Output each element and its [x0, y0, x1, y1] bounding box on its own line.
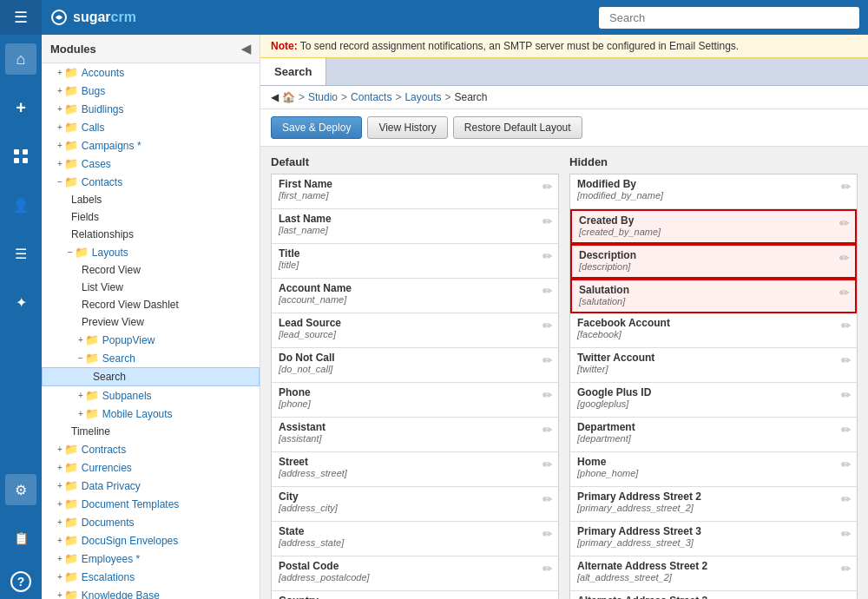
sidebar-item-accounts[interactable]: +📁Accounts	[42, 63, 260, 82]
field-item-assistant[interactable]: Assistant[assistant]✏	[272, 418, 558, 452]
field-item-city[interactable]: City[address_city]✏	[272, 487, 558, 522]
field-edit-icon-facebook[interactable]: ✏	[841, 319, 852, 332]
field-item-account-name[interactable]: Account Name[account_name]✏	[272, 279, 558, 313]
nav-home[interactable]: ⌂	[5, 43, 36, 75]
breadcrumb-studio[interactable]: Studio	[308, 91, 338, 103]
sidebar-item-relationships[interactable]: Relationships	[42, 226, 260, 243]
field-item-alt-street3[interactable]: Alternate Address Street 3[alt_address_s…	[570, 591, 857, 599]
field-item-first-name[interactable]: First Name[first_name]✏	[272, 174, 558, 209]
sidebar-item-campaigns[interactable]: +📁Campaigns *	[42, 136, 260, 155]
field-edit-icon-title[interactable]: ✏	[542, 249, 553, 263]
field-edit-icon-first-name[interactable]: ✏	[542, 180, 553, 194]
sidebar-item-labels[interactable]: Labels	[42, 191, 260, 208]
field-edit-icon-department[interactable]: ✏	[841, 423, 852, 437]
field-item-title[interactable]: Title[title]✏	[272, 244, 558, 279]
field-item-do-not-call[interactable]: Do Not Call[do_not_call]✏	[272, 348, 558, 383]
sidebar-item-calls[interactable]: +📁Calls	[42, 118, 260, 136]
field-item-postal-code[interactable]: Postal Code[address_postalcode]✏	[272, 556, 558, 591]
view-history-button[interactable]: View History	[367, 116, 447, 139]
field-item-salutation[interactable]: Salutation[salutation]✏	[570, 279, 857, 313]
sidebar-item-search-item[interactable]: Search	[42, 367, 260, 386]
field-edit-icon-street[interactable]: ✏	[542, 457, 553, 471]
sidebar-item-contacts[interactable]: −📁Contacts	[42, 173, 260, 191]
field-edit-icon-lead-source[interactable]: ✏	[542, 319, 553, 332]
nav-star[interactable]: ✦	[5, 286, 36, 318]
sidebar-item-record-view-dashlet[interactable]: Record View Dashlet	[42, 296, 260, 313]
sidebar-item-data-privacy[interactable]: +📁Data Privacy	[42, 477, 260, 495]
sidebar-item-document-templates[interactable]: +📁Document Templates	[42, 495, 260, 513]
sidebar-item-knowledge-base[interactable]: +📁Knowledge Base	[42, 586, 260, 599]
nav-user[interactable]: 👤	[5, 189, 36, 221]
sidebar-item-bugs[interactable]: +📁Bugs	[42, 82, 260, 100]
field-edit-icon-created-by[interactable]: ✏	[839, 216, 850, 230]
nav-list[interactable]: ☰	[5, 238, 36, 269]
breadcrumb-home-icon[interactable]: ◀	[271, 91, 279, 103]
field-edit-icon-googleplus[interactable]: ✏	[841, 388, 852, 402]
field-item-last-name[interactable]: Last Name[last_name]✏	[272, 209, 558, 244]
sidebar-item-subpanels[interactable]: +📁Subpanels	[42, 386, 260, 405]
field-item-googleplus[interactable]: Google Plus ID[googleplus]✏	[570, 383, 857, 418]
sidebar-item-escalations[interactable]: +📁Escalations	[42, 568, 260, 586]
sidebar-item-mobile-layouts[interactable]: +📁Mobile Layouts	[42, 405, 260, 423]
field-edit-icon-state[interactable]: ✏	[542, 527, 553, 541]
sidebar-item-popupview[interactable]: +📁PopupView	[42, 331, 260, 349]
field-edit-icon-assistant[interactable]: ✏	[542, 423, 553, 437]
field-edit-icon-alt-street2[interactable]: ✏	[841, 562, 852, 576]
breadcrumb-contacts[interactable]: Contacts	[351, 91, 391, 103]
sidebar-item-timeline[interactable]: Timeline	[42, 423, 260, 440]
field-edit-icon-primary-street2[interactable]: ✏	[841, 492, 852, 506]
field-item-created-by[interactable]: Created By[created_by_name]✏	[570, 209, 857, 244]
save-deploy-button[interactable]: Save & Deploy	[271, 116, 362, 139]
nav-doc[interactable]: 📋	[5, 523, 36, 554]
nav-add[interactable]: +	[5, 92, 36, 123]
field-item-phone[interactable]: Phone[phone]✏	[272, 383, 558, 418]
field-item-facebook[interactable]: Facebook Account[facebook]✏	[570, 313, 857, 348]
breadcrumb-layouts[interactable]: Layouts	[404, 91, 441, 103]
field-item-alt-street2[interactable]: Alternate Address Street 2[alt_address_s…	[570, 556, 857, 591]
sidebar-item-fields[interactable]: Fields	[42, 208, 260, 226]
field-edit-icon-twitter[interactable]: ✏	[841, 353, 852, 367]
sidebar-item-cases[interactable]: +📁Cases	[42, 155, 260, 173]
field-item-home[interactable]: Home[phone_home]✏	[570, 452, 857, 487]
field-item-lead-source[interactable]: Lead Source[lead_source]✏	[272, 313, 558, 348]
breadcrumb-home-link[interactable]: 🏠	[282, 91, 295, 103]
hamburger-menu[interactable]: ☰	[0, 0, 42, 35]
field-item-country[interactable]: Country[address_country]✏	[272, 591, 558, 599]
nav-grid[interactable]	[5, 141, 36, 172]
field-edit-icon-primary-street3[interactable]: ✏	[841, 527, 852, 541]
tab-search[interactable]: Search	[260, 58, 326, 85]
sidebar-item-documents[interactable]: +📁Documents	[42, 513, 260, 531]
field-edit-icon-do-not-call[interactable]: ✏	[542, 353, 553, 367]
field-edit-icon-salutation[interactable]: ✏	[839, 286, 850, 300]
field-edit-icon-modified-by[interactable]: ✏	[841, 180, 852, 194]
field-item-state[interactable]: State[address_state]✏	[272, 522, 558, 556]
sidebar-collapse[interactable]: ◀	[241, 42, 251, 56]
sidebar-item-search-folder[interactable]: −📁Search	[42, 349, 260, 367]
nav-help[interactable]: ?	[10, 571, 31, 592]
field-edit-icon-postal-code[interactable]: ✏	[542, 562, 553, 576]
nav-gear[interactable]: ⚙	[5, 474, 36, 505]
field-edit-icon-description[interactable]: ✏	[839, 251, 850, 265]
sidebar-item-list-view[interactable]: List View	[42, 279, 260, 296]
field-edit-icon-phone[interactable]: ✏	[542, 388, 553, 402]
field-item-primary-street2[interactable]: Primary Address Street 2[primary_address…	[570, 487, 857, 522]
sidebar-item-preview-view[interactable]: Preview View	[42, 313, 260, 331]
field-edit-icon-city[interactable]: ✏	[542, 492, 553, 506]
field-item-modified-by[interactable]: Modified By[modified_by_name]✏	[570, 174, 857, 209]
field-item-twitter[interactable]: Twitter Account[twitter]✏	[570, 348, 857, 383]
sidebar-item-layouts[interactable]: −📁Layouts	[42, 243, 260, 261]
field-item-street[interactable]: Street[address_street]✏	[272, 452, 558, 487]
sidebar-item-employees[interactable]: +📁Employees *	[42, 550, 260, 568]
field-edit-icon-last-name[interactable]: ✏	[542, 214, 553, 228]
restore-default-button[interactable]: Restore Default Layout	[453, 116, 582, 139]
global-search-input[interactable]	[599, 7, 859, 29]
sidebar-item-currencies[interactable]: +📁Currencies	[42, 458, 260, 477]
field-item-primary-street3[interactable]: Primary Address Street 3[primary_address…	[570, 522, 857, 556]
field-item-description[interactable]: Description[description]✏	[570, 244, 857, 279]
sidebar-item-buildings[interactable]: +📁Buidlings	[42, 100, 260, 118]
sidebar-item-record-view[interactable]: Record View	[42, 261, 260, 279]
sidebar-item-docusign-envelopes[interactable]: +📁DocuSign Envelopes	[42, 531, 260, 550]
field-edit-icon-account-name[interactable]: ✏	[542, 284, 553, 298]
field-edit-icon-home[interactable]: ✏	[841, 457, 852, 471]
field-item-department[interactable]: Department[department]✏	[570, 418, 857, 452]
